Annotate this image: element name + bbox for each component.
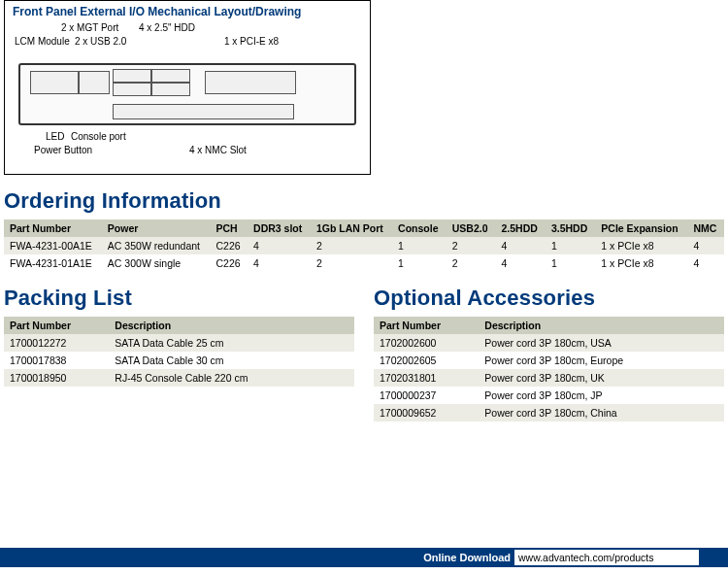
table-cell: Power cord 3P 180cm, USA (479, 334, 724, 352)
ordering-table: Part Number Power PCH DDR3 slot 1Gb LAN … (4, 219, 724, 272)
table-cell: C226 (210, 237, 248, 254)
slot-nmc (113, 104, 294, 119)
table-cell: 1 (392, 254, 447, 272)
label-pcie: 1 x PCI-E x8 (224, 36, 279, 47)
th-desc: Description (479, 317, 724, 334)
table-cell: 1700018950 (4, 369, 109, 387)
table-cell: 4 (496, 237, 546, 254)
packing-table: Part Number Description 1700012272SATA D… (4, 317, 354, 387)
th-35hdd: 3.5HDD (546, 219, 595, 237)
table-row: 1700012272SATA Data Cable 25 cm (4, 334, 354, 352)
table-cell: 2 (447, 237, 496, 254)
chassis-diagram (18, 63, 356, 125)
footer-bar: Online Download www.advantech.com/produc… (0, 548, 728, 567)
drawing-labels-bottom: LED Console port Power Button 4 x NMC Sl… (13, 127, 362, 166)
th-partnumber: Part Number (4, 317, 109, 334)
table-cell: FWA-4231-01A1E (4, 254, 102, 272)
table-cell: 1 (546, 237, 595, 254)
table-cell: RJ-45 Console Cable 220 cm (109, 369, 354, 387)
table-cell: 4 (248, 254, 311, 272)
slot-hdd (151, 69, 190, 83)
th-pch: PCH (210, 219, 248, 237)
th-usb: USB2.0 (447, 219, 496, 237)
table-cell: 2 (447, 254, 496, 272)
table-cell: 1700012272 (4, 334, 109, 352)
th-partnumber: Part Number (4, 219, 102, 237)
th-ddr3: DDR3 slot (248, 219, 311, 237)
table-cell: 1702002600 (374, 334, 479, 352)
table-cell: 1 (546, 254, 595, 272)
label-console: Console port (71, 131, 126, 142)
packing-title: Packing List (4, 286, 354, 311)
slot-usb (79, 71, 110, 94)
table-row: 1702002605Power cord 3P 180cm, Europe (374, 352, 724, 369)
accessories-table: Part Number Description 1702002600Power … (374, 317, 724, 422)
slot-lcm (30, 71, 79, 94)
drawing-labels-top: 2 x MGT Port 4 x 2.5" HDD LCM Module 2 x… (13, 22, 362, 61)
table-row: 1700000237Power cord 3P 180cm, JP (374, 387, 724, 404)
table-cell: 1700000237 (374, 387, 479, 404)
table-cell: 4 (496, 254, 546, 272)
th-desc: Description (109, 317, 354, 334)
table-cell: 4 (248, 237, 311, 254)
table-row: 1700009652Power cord 3P 180cm, China (374, 404, 724, 422)
table-cell: 1700009652 (374, 404, 479, 422)
table-row: 1702002600Power cord 3P 180cm, USA (374, 334, 724, 352)
table-cell: 1 (392, 237, 447, 254)
table-cell: 4 (687, 254, 724, 272)
table-cell: 1 x PCIe x8 (595, 254, 687, 272)
table-cell: AC 300W single (102, 254, 211, 272)
th-pcie: PCIe Expansion (595, 219, 687, 237)
table-cell: 1 x PCIe x8 (595, 237, 687, 254)
th-25hdd: 2.5HDD (496, 219, 546, 237)
th-partnumber: Part Number (374, 317, 479, 334)
label-lcm: LCM Module (15, 36, 70, 47)
label-nmc: 4 x NMC Slot (189, 145, 247, 155)
table-cell: 2 (311, 237, 392, 254)
download-url: www.advantech.com/products (514, 550, 699, 565)
table-row: 1700017838SATA Data Cable 30 cm (4, 352, 354, 369)
drawing-panel: Front Panel External I/O Mechanical Layo… (4, 0, 371, 175)
slot-hdd (151, 83, 190, 96)
table-cell: FWA-4231-00A1E (4, 237, 102, 254)
table-cell: C226 (210, 254, 248, 272)
th-power: Power (102, 219, 211, 237)
table-row: FWA-4231-00A1EAC 350W redundantC22642124… (4, 237, 724, 254)
th-console: Console (392, 219, 447, 237)
table-cell: Power cord 3P 180cm, JP (479, 387, 724, 404)
table-cell: Power cord 3P 180cm, UK (479, 369, 724, 387)
table-cell: AC 350W redundant (102, 237, 211, 254)
table-row: 1702031801Power cord 3P 180cm, UK (374, 369, 724, 387)
table-cell: 1702031801 (374, 369, 479, 387)
table-cell: Power cord 3P 180cm, Europe (479, 352, 724, 369)
download-label: Online Download (423, 548, 516, 567)
ordering-title: Ordering Information (4, 188, 724, 214)
table-cell: Power cord 3P 180cm, China (479, 404, 724, 422)
table-cell: SATA Data Cable 30 cm (109, 352, 354, 369)
label-power: Power Button (34, 145, 92, 155)
label-hdd: 4 x 2.5" HDD (139, 22, 195, 33)
table-cell: 1700017838 (4, 352, 109, 369)
slot-hdd (113, 83, 151, 96)
table-row: 1700018950RJ-45 Console Cable 220 cm (4, 369, 354, 387)
slot-pcie (205, 71, 296, 94)
table-cell: 2 (311, 254, 392, 272)
table-cell: SATA Data Cable 25 cm (109, 334, 354, 352)
label-usb: 2 x USB 2.0 (75, 36, 126, 47)
th-nmc: NMC (687, 219, 724, 237)
accessories-title: Optional Accessories (374, 286, 724, 311)
th-lan: 1Gb LAN Port (311, 219, 392, 237)
table-row: FWA-4231-01A1EAC 300W singleC2264212411 … (4, 254, 724, 272)
label-led: LED (46, 131, 64, 142)
label-mgt-port: 2 x MGT Port (61, 22, 118, 33)
drawing-title: Front Panel External I/O Mechanical Layo… (13, 5, 362, 18)
table-cell: 1702002605 (374, 352, 479, 369)
slot-hdd (113, 69, 151, 83)
table-cell: 4 (687, 237, 724, 254)
